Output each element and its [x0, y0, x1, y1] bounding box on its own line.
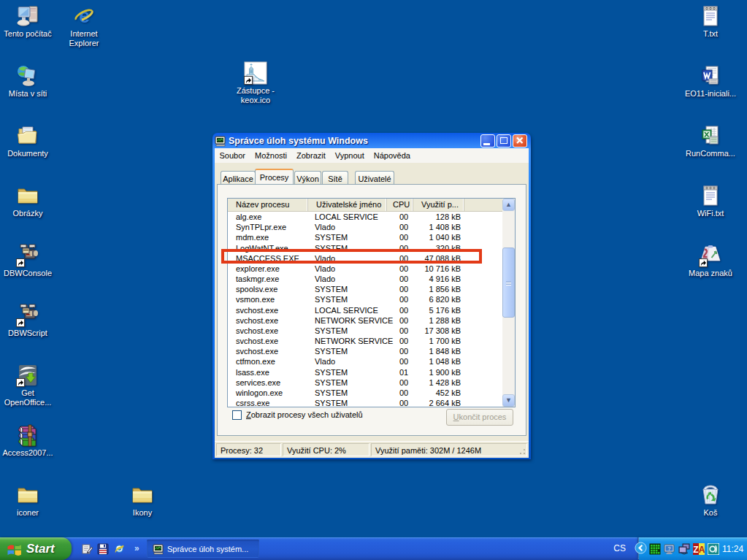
svg-text:?: ? [668, 545, 671, 551]
svg-text:A: A [699, 544, 705, 554]
svg-text:Z: Z [693, 544, 698, 554]
